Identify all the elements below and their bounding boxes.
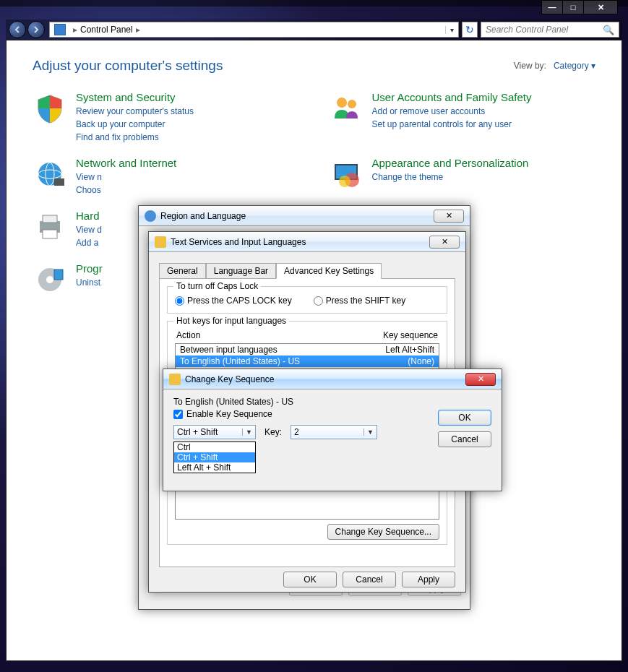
svg-rect-12 (43, 230, 57, 238)
tab-bar: General Language Bar Advanced Key Settin… (159, 262, 455, 278)
dialog-titlebar[interactable]: Change Key Sequence ✕ (163, 369, 502, 389)
chevron-right-icon: ▸ (73, 25, 77, 35)
svg-point-1 (348, 100, 356, 108)
printer-icon (33, 210, 67, 244)
close-button[interactable]: ✕ (583, 0, 618, 14)
tab-language-bar[interactable]: Language Bar (206, 263, 276, 279)
users-icon (329, 91, 364, 126)
ok-button[interactable]: OK (438, 410, 491, 426)
keyboard-icon (169, 374, 181, 385)
svg-rect-5 (54, 178, 64, 186)
modifier-combo[interactable]: Ctrl + Shift▼ (173, 425, 256, 439)
globe-icon (33, 157, 67, 191)
search-box[interactable]: 🔍 (481, 22, 619, 38)
tab-advanced-key-settings[interactable]: Advanced Key Settings (276, 263, 382, 279)
category-title[interactable]: Progr (76, 262, 103, 275)
hotkey-row[interactable]: To English (United States) - US(None) (176, 356, 439, 367)
category-title[interactable]: User Accounts and Family Safety (372, 91, 532, 103)
category-link[interactable]: Set up parental controls for any user (372, 118, 532, 131)
category-link[interactable]: Uninst (76, 276, 103, 289)
shield-icon (33, 91, 67, 126)
category-link[interactable]: Back up your computer (76, 118, 194, 131)
category-appearance: Appearance and Personalization Change th… (329, 157, 596, 197)
apply-button[interactable]: Apply (402, 572, 455, 587)
radio-caps-lock[interactable]: Press the CAPS LOCK key (175, 296, 292, 306)
view-by: View by: Category ▾ (514, 61, 595, 71)
search-icon: 🔍 (603, 25, 614, 35)
dialog-title: Change Key Sequence (185, 374, 274, 384)
chevron-down-icon: ▼ (242, 428, 252, 436)
svg-point-9 (339, 176, 350, 187)
category-link[interactable]: Review your computer's status (76, 105, 194, 118)
column-action: Action (176, 330, 200, 340)
hotkey-row[interactable]: Between input languagesLeft Alt+Shift (176, 344, 439, 356)
dialog-titlebar[interactable]: Text Services and Input Languages ✕ (149, 232, 465, 252)
dropdown-option[interactable]: Left Alt + Shift (174, 462, 255, 473)
chevron-down-icon: ▼ (364, 428, 374, 436)
close-button[interactable]: ✕ (429, 236, 460, 249)
category-link[interactable]: Add a (76, 236, 102, 249)
back-button[interactable] (9, 21, 26, 38)
category-title[interactable]: Appearance and Personalization (372, 157, 529, 169)
programs-icon (33, 262, 67, 297)
close-button[interactable]: ✕ (465, 373, 496, 386)
change-key-sequence-dialog: Change Key Sequence ✕ To English (United… (163, 369, 502, 491)
forward-button[interactable] (27, 21, 45, 38)
dialog-title: Region and Language (160, 211, 246, 221)
control-panel-content: Adjust your computer's settings View by:… (6, 40, 622, 661)
keyboard-icon (155, 236, 166, 248)
caps-lock-group: To turn off Caps Lock Press the CAPS LOC… (167, 286, 447, 314)
navigation-bar: ▸ Control Panel ▸ ▾ ↻ 🔍 (6, 20, 622, 40)
dialog-titlebar[interactable]: Region and Language ✕ (139, 206, 470, 226)
category-network: Network and Internet View n Choos (33, 157, 300, 197)
refresh-button[interactable]: ↻ (462, 22, 478, 38)
dialog-title: Text Services and Input Languages (171, 237, 306, 247)
globe-icon (145, 210, 156, 222)
category-title[interactable]: System and Security (76, 91, 194, 103)
svg-rect-11 (43, 215, 57, 223)
change-key-sequence-button[interactable]: Change Key Sequence... (327, 524, 439, 540)
target-language-label: To English (United States) - US (173, 397, 491, 407)
page-title: Adjust your computer's settings (33, 58, 223, 74)
dropdown-option[interactable]: Ctrl + Shift (174, 452, 255, 462)
minimize-button[interactable]: — (541, 0, 563, 14)
chevron-right-icon: ▸ (136, 25, 140, 35)
tab-general[interactable]: General (159, 263, 206, 279)
cancel-button[interactable]: Cancel (438, 431, 491, 447)
svg-point-14 (46, 276, 53, 283)
close-button[interactable]: ✕ (434, 210, 464, 223)
category-link[interactable]: Change the theme (372, 171, 529, 184)
category-link[interactable]: View n (76, 171, 176, 184)
window-controls: — □ ✕ (542, 0, 618, 14)
category-link[interactable]: View d (76, 223, 102, 236)
key-label: Key: (264, 427, 282, 437)
cancel-button[interactable]: Cancel (343, 572, 396, 587)
ok-button[interactable]: OK (283, 572, 337, 587)
category-title[interactable]: Network and Internet (76, 157, 176, 169)
category-title[interactable]: Hard (76, 210, 102, 222)
radio-shift[interactable]: Press the SHIFT key (314, 296, 405, 306)
search-input[interactable] (486, 25, 603, 35)
category-system-security: System and Security Review your computer… (33, 91, 300, 144)
svg-rect-15 (54, 270, 63, 280)
view-by-dropdown[interactable]: Category ▾ (554, 61, 595, 71)
category-user-accounts: User Accounts and Family Safety Add or r… (329, 91, 596, 144)
key-combo[interactable]: 2▼ (291, 425, 377, 439)
category-link[interactable]: Add or remove user accounts (372, 105, 532, 118)
control-panel-icon (54, 24, 66, 35)
svg-point-0 (337, 98, 347, 108)
dropdown-icon[interactable]: ▾ (445, 26, 454, 34)
category-link[interactable]: Find and fix problems (76, 131, 194, 144)
appearance-icon (329, 157, 364, 191)
modifier-dropdown-list[interactable]: Ctrl Ctrl + Shift Left Alt + Shift (173, 441, 256, 473)
column-key-sequence: Key sequence (383, 330, 438, 340)
category-link[interactable]: Choos (76, 184, 176, 197)
dropdown-option[interactable]: Ctrl (174, 442, 255, 452)
breadcrumb-item[interactable]: Control Panel (80, 25, 133, 35)
maximize-button[interactable]: □ (562, 0, 584, 14)
address-bar[interactable]: ▸ Control Panel ▸ ▾ (49, 22, 459, 38)
